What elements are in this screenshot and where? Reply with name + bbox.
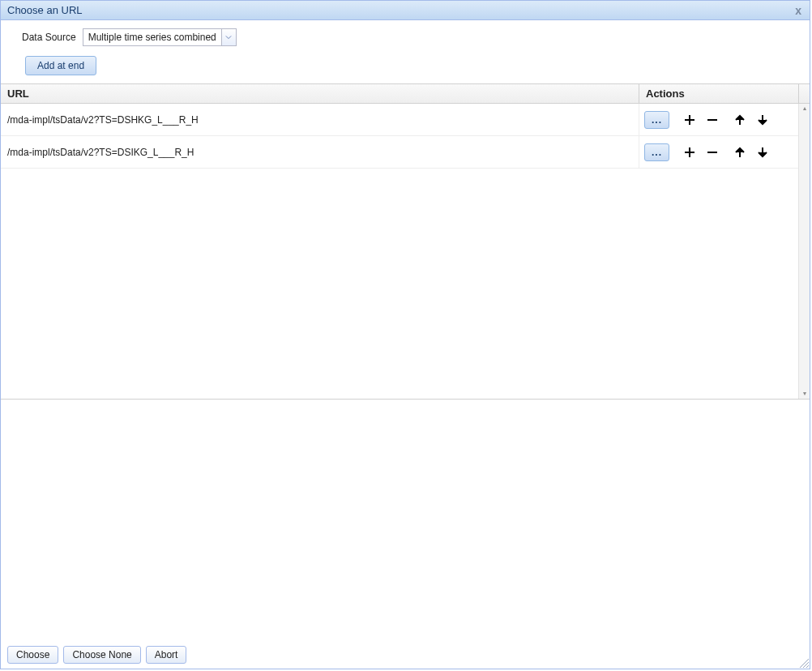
svg-line-11 [803,662,809,668]
grid-header: URL Actions [1,84,810,104]
column-header-url[interactable]: URL [1,84,639,103]
window-title: Choose an URL [7,4,83,16]
add-row: Add at end [1,51,810,83]
header-scroll-spacer [798,84,810,103]
close-icon[interactable]: x [793,5,803,16]
data-source-label: Data Source [22,32,76,43]
url-cell: /mda-impl/tsData/v2?TS=DSIKG_L___R_H [1,136,639,168]
arrow-up-icon[interactable] [733,145,747,160]
data-source-dropdown[interactable]: Multiple time series combined [83,28,237,46]
url-cell: /mda-impl/tsData/v2?TS=DSHKG_L___R_H [1,104,639,135]
footer-buttons: Choose Choose None Abort [1,641,810,669]
plus-icon[interactable] [682,113,697,127]
abort-button[interactable]: Abort [146,646,187,664]
actions-cell: ... [639,104,798,135]
minus-icon[interactable] [705,113,720,127]
choose-url-dialog: Choose an URL x Data Source Multiple tim… [0,0,810,669]
add-at-end-button[interactable]: Add at end [25,56,96,75]
grid-body: /mda-impl/tsData/v2?TS=DSHKG_L___R_H ... [1,104,810,399]
arrow-up-icon[interactable] [733,113,747,127]
arrow-down-icon[interactable] [755,113,770,127]
vertical-scrollbar[interactable]: ▴ ▾ [798,104,810,399]
arrow-down-icon[interactable] [755,145,770,160]
choose-button[interactable]: Choose [7,646,58,664]
svg-line-12 [806,665,809,668]
chevron-down-icon[interactable] [221,29,236,45]
url-grid: URL Actions /mda-impl/tsData/v2?TS=DSHKG… [1,83,810,400]
actions-cell: ... [639,136,798,168]
column-header-actions[interactable]: Actions [639,84,798,103]
table-row[interactable]: /mda-impl/tsData/v2?TS=DSHKG_L___R_H ... [1,104,798,136]
spacer [1,400,810,641]
table-row[interactable]: /mda-impl/tsData/v2?TS=DSIKG_L___R_H ... [1,136,798,169]
more-button[interactable]: ... [644,111,669,129]
choose-none-button[interactable]: Choose None [63,646,140,664]
scroll-up-icon[interactable]: ▴ [803,105,806,112]
resize-grip-icon[interactable] [797,656,810,669]
data-source-value: Multiple time series combined [83,29,221,45]
data-source-row: Data Source Multiple time series combine… [1,20,810,51]
minus-icon[interactable] [705,145,720,160]
scroll-down-icon[interactable]: ▾ [803,391,806,397]
plus-icon[interactable] [682,145,697,160]
titlebar[interactable]: Choose an URL x [1,1,810,20]
more-button[interactable]: ... [644,143,669,161]
